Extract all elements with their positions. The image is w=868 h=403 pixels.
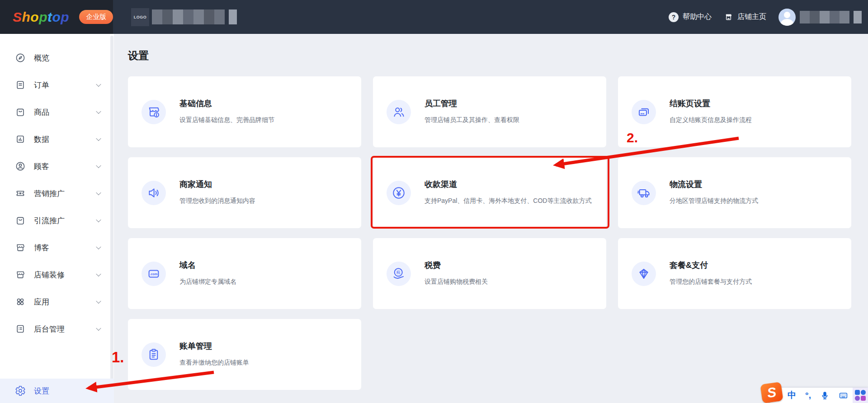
card-payment-channels[interactable]: 收款渠道支持PayPal、信用卡、海外本地支付、COD等主流收款方式 (373, 157, 606, 228)
sidebar-item-customers[interactable]: 顾客 (0, 153, 114, 180)
bill-clipboard-icon (142, 342, 166, 367)
storefront-icon (724, 12, 733, 22)
card-title: 套餐&支付 (670, 260, 752, 271)
card-checkout[interactable]: 结账页设置自定义结账页信息及操作流程 (618, 76, 851, 147)
chevron-down-icon (96, 163, 101, 168)
chevron-down-icon (96, 217, 101, 222)
store-home-link[interactable]: 店铺主页 (724, 12, 766, 22)
card-desc: 管理您收到的消息通知内容 (179, 196, 255, 206)
microphone-icon[interactable] (816, 391, 834, 400)
diamond-icon (632, 262, 656, 286)
card-desc: 设置店铺基础信息、完善品牌细节 (179, 115, 274, 125)
card-plan-payment[interactable]: 套餐&支付管理您的店铺套餐与支付方式 (618, 238, 851, 309)
decoration-storefront-icon (15, 269, 26, 280)
account-menu[interactable] (778, 9, 862, 26)
tax-icon: 税 (387, 262, 411, 286)
svg-text:税: 税 (396, 270, 401, 275)
card-title: 账单管理 (179, 341, 249, 351)
help-center-label: 帮助中心 (683, 12, 712, 22)
apps-grid-icon (15, 296, 26, 307)
card-basic-info[interactable]: 基础信息设置店铺基础信息、完善品牌细节 (128, 76, 361, 147)
card-title: 结账页设置 (670, 98, 752, 109)
svg-text:.com: .com (150, 272, 158, 276)
chevron-down-icon (96, 244, 101, 249)
card-desc: 设置店铺购物税费相关 (425, 276, 488, 287)
blog-storefront-icon (15, 242, 26, 253)
help-center-link[interactable]: ? 帮助中心 (669, 12, 712, 22)
sidebar-item-marketing[interactable]: 营销推广 (0, 180, 114, 207)
card-desc: 分地区管理店铺支持的物流方式 (670, 196, 758, 206)
sogou-logo-icon[interactable]: S (760, 382, 783, 403)
card-staff[interactable]: 员工管理管理店铺员工及其操作、查看权限 (373, 76, 606, 147)
sidebar-item-traffic[interactable]: 引流推广 (0, 207, 114, 234)
settings-cards-grid: 基础信息设置店铺基础信息、完善品牌细节 员工管理管理店铺员工及其操作、查看权限 … (128, 76, 851, 390)
admin-list-icon (15, 323, 26, 334)
sidebar: 概览 订单 商品 数据 顾客 营销推广 引流推广 博客 (0, 34, 114, 403)
sidebar-item-blog[interactable]: 博客 (0, 234, 114, 261)
chevron-down-icon (96, 299, 101, 304)
sidebar-item-products[interactable]: 商品 (0, 98, 114, 126)
card-billing[interactable]: 账单管理查看并缴纳您的店铺账单 (128, 319, 361, 390)
card-title: 税费 (425, 260, 488, 271)
card-title: 物流设置 (670, 179, 758, 190)
card-title: 商家通知 (179, 179, 255, 190)
card-desc: 查看并缴纳您的店铺账单 (179, 357, 249, 368)
yuan-currency-icon (387, 181, 411, 205)
sidebar-item-overview[interactable]: 概览 (0, 44, 114, 71)
sidebar-item-settings[interactable]: 设置 (0, 379, 114, 403)
keyboard-icon[interactable] (834, 391, 853, 400)
staff-icon (387, 100, 411, 124)
page-title: 设置 (128, 49, 149, 63)
topbar: Shoptop 企业版 LOGO ? 帮助中心 店铺主页 (0, 0, 868, 34)
card-title: 基础信息 (179, 98, 274, 109)
product-bag-icon (15, 107, 26, 117)
order-list-icon (15, 80, 26, 90)
card-desc: 管理您的店铺套餐与支付方式 (670, 276, 752, 287)
speaker-icon (142, 181, 166, 205)
traffic-bag-icon (15, 215, 26, 226)
chevron-down-icon (96, 136, 101, 141)
card-domain[interactable]: .com 域名为店铺绑定专属域名 (128, 238, 361, 309)
card-tax[interactable]: 税 税费设置店铺购物税费相关 (373, 238, 606, 309)
compass-icon (15, 52, 26, 63)
card-title: 员工管理 (425, 98, 519, 109)
store-home-label: 店铺主页 (737, 12, 766, 22)
card-desc: 支持PayPal、信用卡、海外本地支付、COD等主流收款方式 (425, 196, 591, 206)
ime-punctuation-toggle[interactable]: °, (801, 390, 816, 400)
avatar (778, 9, 796, 26)
settings-page: 设置 基础信息设置店铺基础信息、完善品牌细节 员工管理管理店铺员工及其操作、查看… (114, 34, 868, 403)
blurred-store-name (152, 9, 237, 24)
card-desc: 自定义结账页信息及操作流程 (670, 115, 752, 125)
ime-toolbar: S 中 °, (769, 383, 868, 403)
card-logistics[interactable]: 物流设置分地区管理店铺支持的物流方式 (618, 157, 851, 228)
card-title: 收款渠道 (425, 179, 591, 190)
storefront-info-icon (142, 100, 166, 124)
card-desc: 管理店铺员工及其操作、查看权限 (425, 115, 519, 125)
settings-label: 设置 (34, 386, 49, 396)
ime-apps-grid-icon[interactable] (853, 388, 868, 403)
chevron-down-icon (96, 109, 101, 114)
question-icon: ? (669, 12, 679, 22)
sidebar-item-orders[interactable]: 订单 (0, 71, 114, 98)
sidebar-item-store-design[interactable]: 店铺装修 (0, 261, 114, 288)
card-notifications[interactable]: 商家通知管理您收到的消息通知内容 (128, 157, 361, 228)
card-title: 域名 (179, 260, 236, 271)
truck-icon (632, 181, 656, 205)
brand-area: Shoptop 企业版 (0, 0, 113, 34)
sidebar-item-data[interactable]: 数据 (0, 126, 114, 153)
shoptop-logo[interactable]: Shoptop (13, 9, 69, 25)
step-1-label: 1. (112, 349, 124, 366)
step-2-label: 2. (627, 130, 638, 145)
data-chart-icon (15, 134, 26, 145)
domain-icon: .com (142, 262, 166, 286)
edition-badge: 企业版 (79, 10, 113, 24)
card-desc: 为店铺绑定专属域名 (179, 276, 236, 287)
sidebar-item-apps[interactable]: 应用 (0, 288, 114, 315)
sidebar-item-admin[interactable]: 后台管理 (0, 315, 114, 342)
ime-lang-toggle[interactable]: 中 (783, 389, 801, 401)
chevron-down-icon (96, 190, 101, 195)
marketing-ticket-icon (15, 188, 26, 199)
gear-icon (15, 385, 26, 396)
sidebar-scrollbar[interactable] (110, 36, 113, 401)
customer-icon (15, 161, 26, 172)
